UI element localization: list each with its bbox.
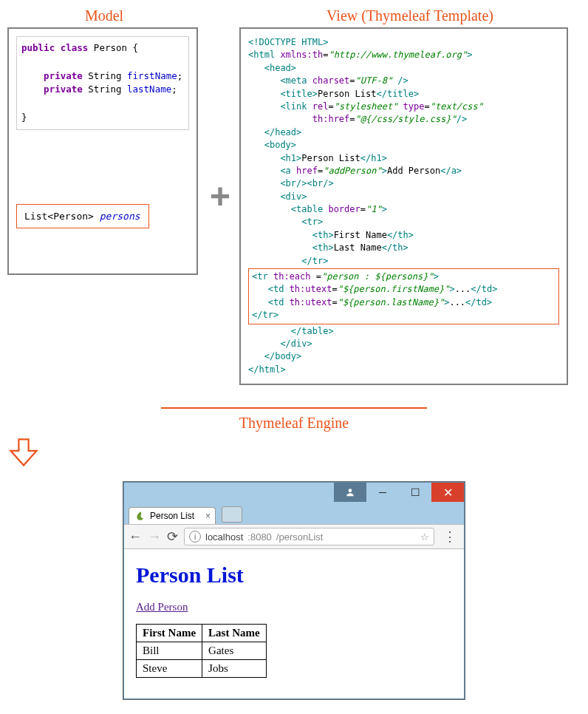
cell-first: Steve xyxy=(137,660,202,678)
view-panel: <!DOCTYPE HTML> <html xmlns:th="http://w… xyxy=(239,27,568,385)
url-host: localhost xyxy=(205,531,243,543)
bookmark-star-icon[interactable]: ☆ xyxy=(420,531,429,543)
view-column: View (Thymeleaf Template) <!DOCTYPE HTML… xyxy=(239,7,581,385)
user-icon xyxy=(345,487,355,497)
page-viewport: Person List Add Person First Name Last N… xyxy=(124,549,464,698)
url-path: /personList xyxy=(276,531,324,543)
highlighted-loop: <tr th:each ="person : ${persons}"> <td … xyxy=(248,268,559,324)
model-code: public class Person { private String fir… xyxy=(21,41,184,125)
cell-last: Jobs xyxy=(202,660,267,678)
plus-icon: + xyxy=(210,176,230,217)
back-button[interactable]: ← xyxy=(129,529,142,545)
table-row: Bill Gates xyxy=(137,642,267,660)
browser-tab[interactable]: Person List × xyxy=(129,507,216,524)
separator-line xyxy=(161,407,427,409)
cell-last: Gates xyxy=(202,642,267,660)
toolbar: ← → ⟳ i localhost:8080/personList ☆ ⋮ xyxy=(124,524,464,549)
page-title: Person List xyxy=(136,562,452,588)
person-table: First Name Last Name Bill Gates Steve Jo… xyxy=(136,624,267,678)
arrow-down-icon xyxy=(7,436,40,469)
tab-bar: Person List × xyxy=(124,502,464,524)
engine-label: Thymeleaf Engine xyxy=(7,415,581,432)
table-header-row: First Name Last Name xyxy=(137,625,267,642)
model-list-box: List<Person> persons xyxy=(16,204,149,228)
model-column: Model public class Person { private Stri… xyxy=(7,7,201,275)
url-port: :8080 xyxy=(247,531,272,543)
view-heading: View (Thymeleaf Template) xyxy=(239,7,581,24)
col-lastname: Last Name xyxy=(202,625,267,642)
model-code-box: public class Person { private String fir… xyxy=(16,36,189,130)
browser-window: ─ ☐ ✕ Person List × ← → ⟳ i localhost:80… xyxy=(123,482,465,699)
svg-point-0 xyxy=(349,489,352,492)
user-button[interactable] xyxy=(334,483,366,502)
minimize-button[interactable]: ─ xyxy=(366,483,399,502)
address-bar[interactable]: i localhost:8080/personList ☆ xyxy=(184,528,434,545)
col-firstname: First Name xyxy=(137,625,202,642)
tab-close-icon[interactable]: × xyxy=(205,511,211,521)
top-row: Model public class Person { private Stri… xyxy=(7,7,581,385)
leaf-icon xyxy=(135,511,146,521)
add-person-link[interactable]: Add Person xyxy=(136,601,188,613)
tab-title: Person List xyxy=(150,511,194,521)
model-list-code: List<Person> persons xyxy=(24,211,141,222)
model-panel: public class Person { private String fir… xyxy=(7,27,198,275)
forward-button[interactable]: → xyxy=(148,529,161,545)
site-info-icon[interactable]: i xyxy=(189,531,201,543)
close-button[interactable]: ✕ xyxy=(431,483,464,502)
reload-button[interactable]: ⟳ xyxy=(167,528,178,545)
model-heading: Model xyxy=(7,7,201,24)
template-code: <!DOCTYPE HTML> <html xmlns:th="http://w… xyxy=(248,36,559,268)
menu-button[interactable]: ⋮ xyxy=(440,528,459,545)
cell-first: Bill xyxy=(137,642,202,660)
table-row: Steve Jobs xyxy=(137,660,267,678)
maximize-button[interactable]: ☐ xyxy=(399,483,431,502)
new-tab-button[interactable] xyxy=(222,506,242,523)
window-titlebar: ─ ☐ ✕ xyxy=(124,483,464,502)
